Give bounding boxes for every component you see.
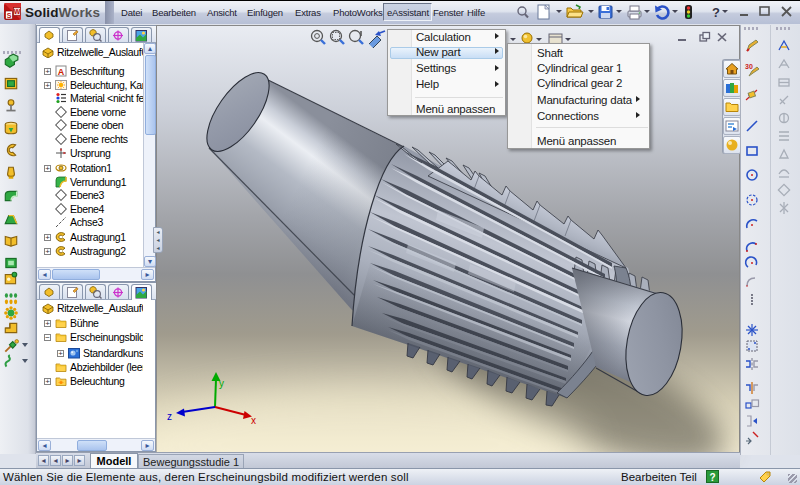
svg-text:x: x: [251, 415, 256, 426]
svg-text:30: 30: [745, 63, 753, 70]
svg-text:A: A: [58, 67, 65, 77]
svg-text:z: z: [167, 411, 172, 422]
svg-text:y: y: [219, 378, 224, 389]
